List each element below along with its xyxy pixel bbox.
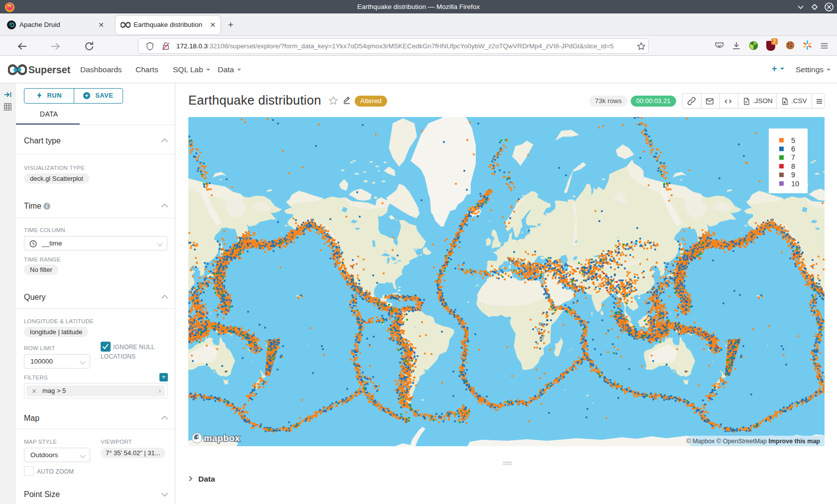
svg-text:mapbox: mapbox [204, 433, 240, 443]
svg-text:9: 9 [791, 171, 795, 179]
svg-text:6: 6 [791, 145, 795, 153]
svg-text:10: 10 [791, 180, 799, 188]
svg-text:© Mapbox © OpenStreetMap Impro: © Mapbox © OpenStreetMap Improve this ma… [686, 438, 820, 445]
svg-text:8: 8 [791, 162, 795, 170]
svg-text:5: 5 [791, 136, 795, 144]
svg-text:7: 7 [791, 153, 795, 161]
